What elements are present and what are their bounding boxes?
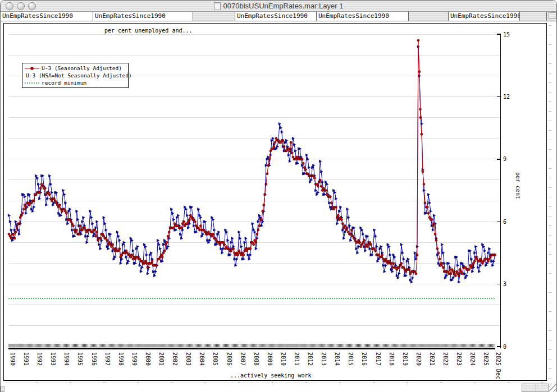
- x-tick-label: 2009: [267, 352, 273, 366]
- x-tick-label: 1994: [63, 352, 70, 366]
- sheet-tab-spacer: [409, 12, 449, 21]
- sheet-tab[interactable]: UnEmpRatesSince1990: [317, 12, 409, 21]
- x-tick-label: 2015: [348, 352, 354, 366]
- x-tick-label: 2016: [361, 352, 367, 366]
- x-tick-label: 1999: [131, 352, 138, 366]
- x-tick-label: 2012: [307, 352, 313, 366]
- x-tick-label: 1992: [36, 352, 43, 366]
- chart-title-bottom: ...actively seeking work: [229, 372, 313, 379]
- x-tick-label: 2023: [456, 352, 462, 366]
- legend-swatch-sa-icon: [24, 66, 40, 71]
- status-pane-box[interactable]: [522, 384, 536, 392]
- right-edge-ruler: [549, 25, 551, 380]
- x-tick-label: 1995: [77, 352, 83, 366]
- x-tick-label: 2024: [469, 352, 476, 366]
- x-tick-label: 1997: [104, 352, 111, 366]
- sheet-tab[interactable]: UnEmpRatesSince1990: [93, 12, 193, 21]
- scroll-corner-box[interactable]: [549, 12, 556, 19]
- legend-label: U-3 (Seasonally Adjusted): [42, 65, 122, 71]
- sheet-tab-spacer: [520, 12, 547, 21]
- y-tick-label: 12: [503, 94, 510, 100]
- y-tick-label: 3: [503, 281, 506, 287]
- title-bar[interactable]: 0070blsUSUnEmpRates.mar:Layer 1: [1, 1, 556, 12]
- chart-panel: 1990199119921993199419951996199719981999…: [3, 23, 547, 381]
- x-tick-label: 2020: [416, 352, 422, 366]
- x-tick-label: 2013: [321, 352, 327, 366]
- x-tick-label: 1996: [91, 352, 97, 366]
- status-pane-box-2[interactable]: [536, 384, 549, 392]
- x-tick-label: 2017: [375, 352, 381, 366]
- sheet-tab-row: UnEmpRatesSince1990UnEmpRatesSince1990Un…: [1, 12, 556, 21]
- x-tick-label: 2002: [172, 352, 178, 366]
- sheet-tab[interactable]: UnEmpRatesSince1990: [235, 12, 317, 21]
- legend-label: record minimum: [42, 80, 86, 86]
- legend-item: U-3 (NSA=Not Seasonally Adjusted): [24, 72, 128, 79]
- bottom-edge-ruler: [4, 382, 546, 383]
- y-tick-label: 0: [503, 344, 506, 350]
- y-axis-title: per cent: [515, 172, 521, 199]
- x-tick-label-last: 2025 Dec: [495, 352, 501, 379]
- legend-swatch-record_min-icon: [24, 80, 40, 86]
- x-tick-label: 1998: [118, 352, 124, 366]
- sheet-tab[interactable]: UnEmpRatesSince1990: [1, 12, 93, 21]
- x-tick-label: 2025: [483, 352, 489, 366]
- y-axis-labels: 03691215: [497, 31, 510, 350]
- legend-item: U-3 (Seasonally Adjusted): [24, 64, 128, 72]
- y-tick-label: 15: [503, 31, 510, 38]
- x-axis-tick-comb: [9, 344, 495, 347]
- window-title-wrap: 0070blsUSUnEmpRates.mar:Layer 1: [1, 1, 556, 11]
- x-tick-label: 2004: [199, 352, 205, 366]
- app-window: 0070blsUSUnEmpRates.mar:Layer 1 UnEmpRat…: [0, 0, 557, 392]
- x-tick-label: 2001: [158, 352, 165, 366]
- x-tick-label: 2022: [442, 352, 449, 366]
- y-tick-label: 9: [503, 156, 506, 162]
- x-tick-label: 2007: [240, 352, 246, 366]
- sheet-tab-spacer: [193, 12, 235, 21]
- x-tick-label: 1990: [10, 352, 16, 366]
- resize-grip-icon[interactable]: [549, 384, 557, 392]
- legend-label: U-3 (NSA=Not Seasonally Adjusted): [26, 72, 132, 79]
- x-tick-label: 2018: [389, 352, 395, 366]
- chart-title-top: per cent unemployed and...: [103, 27, 194, 34]
- x-tick-label: 2010: [280, 352, 286, 366]
- sheet-tab[interactable]: UnEmpRatesSince1990: [449, 12, 520, 21]
- x-tick-label: 2003: [185, 352, 191, 366]
- y-tick-label: 6: [503, 219, 506, 225]
- chart-legend: U-3 (Seasonally Adjusted)U-3 (NSA=Not Se…: [22, 63, 129, 88]
- x-tick-label: 2019: [402, 352, 408, 366]
- document-icon: [214, 2, 221, 10]
- x-tick-label: 2011: [294, 352, 300, 366]
- x-tick-label: 2006: [226, 352, 232, 366]
- x-tick-label: 2021: [429, 352, 435, 366]
- x-axis-line: [8, 348, 495, 349]
- bottom-left-scroll-box[interactable]: [1, 386, 4, 392]
- window-title: 0070blsUSUnEmpRates.mar:Layer 1: [223, 2, 344, 10]
- legend-item: record minimum: [24, 79, 128, 86]
- x-tick-label: 1993: [50, 352, 56, 366]
- x-tick-label: 2008: [253, 352, 259, 366]
- x-tick-label: 2005: [212, 352, 218, 366]
- x-tick-label: 2014: [334, 352, 340, 366]
- x-tick-label: 2000: [145, 352, 151, 366]
- x-tick-label: 1991: [23, 352, 29, 366]
